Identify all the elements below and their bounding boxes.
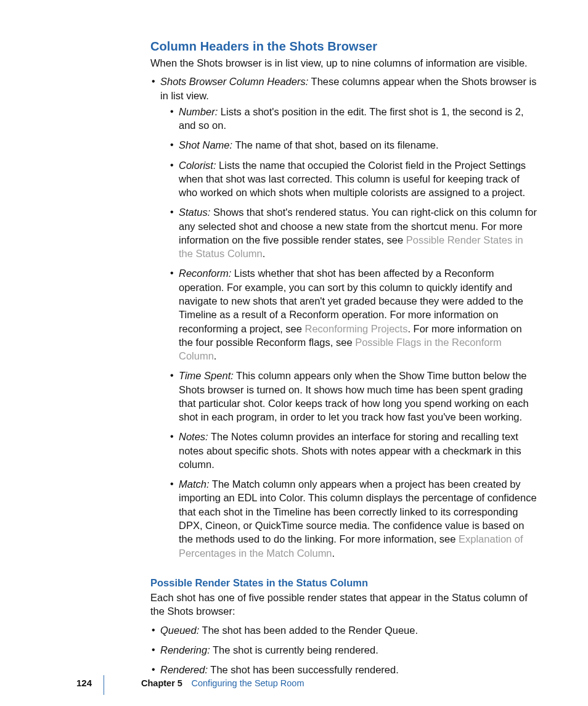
list-item-notes: Notes: The Notes column provides an inte… xyxy=(179,430,539,471)
term: Status: xyxy=(179,207,210,218)
subsection-heading: Possible Render States in the Status Col… xyxy=(150,576,539,589)
list-item-queued: Queued: The shot has been added to the R… xyxy=(160,623,539,637)
section-heading: Column Headers in the Shots Browser xyxy=(150,38,539,55)
desc: Lists a shot's position in the edit. The… xyxy=(179,106,524,131)
page: Column Headers in the Shots Browser When… xyxy=(0,0,588,706)
section-intro: When the Shots browser is in list view, … xyxy=(150,56,539,70)
list-item-colorist: Colorist: Lists the name that occupied t… xyxy=(179,158,539,200)
list-item-time-spent: Time Spent: This column appears only whe… xyxy=(179,369,539,424)
chapter-title: Configuring the Setup Room xyxy=(192,678,304,688)
term: Number: xyxy=(179,106,218,117)
list-item-shots-browser-column-headers: Shots Browser Column Headers: These colu… xyxy=(160,75,539,560)
page-number: 124 xyxy=(76,677,92,689)
list-item-match: Match: The Match column only appears whe… xyxy=(179,477,539,560)
term: Shot Name: xyxy=(179,139,232,150)
list-item-shot-name: Shot Name: The name of that shot, based … xyxy=(179,138,539,152)
term: Rendered: xyxy=(160,664,208,675)
list-item-status: Status: Shows that shot's rendered statu… xyxy=(179,205,539,260)
desc: The shot is currently being rendered. xyxy=(210,644,378,655)
desc: Lists the name that occupied the Coloris… xyxy=(179,160,526,199)
list-item-rendering: Rendering: The shot is currently being r… xyxy=(160,643,539,657)
term: Queued: xyxy=(160,625,199,636)
list-item-rendered: Rendered: The shot has been successfully… xyxy=(160,663,539,676)
desc: . xyxy=(332,548,335,559)
term: Shots Browser Column Headers: xyxy=(160,76,308,87)
desc: . xyxy=(214,350,217,361)
term: Reconform: xyxy=(179,268,231,279)
desc: . xyxy=(263,248,266,259)
term: Colorist: xyxy=(179,160,216,171)
top-list: Shots Browser Column Headers: These colu… xyxy=(150,75,539,560)
subsection-intro: Each shot has one of five possible rende… xyxy=(150,591,539,618)
render-states-list: Queued: The shot has been added to the R… xyxy=(150,623,539,677)
chapter-label: Chapter 5 xyxy=(141,678,182,688)
desc: The name of that shot, based on its file… xyxy=(232,139,438,150)
desc: The Notes column provides an interface f… xyxy=(179,431,521,470)
page-footer: 124 Chapter 5 Configuring the Setup Room xyxy=(0,676,588,690)
term: Notes: xyxy=(179,431,208,442)
desc: The shot has been added to the Render Qu… xyxy=(199,625,418,636)
desc: The shot has been successfully rendered. xyxy=(208,664,399,675)
link-reconforming-projects[interactable]: Reconforming Projects xyxy=(305,323,408,334)
term: Time Spent: xyxy=(179,370,234,381)
term: Match: xyxy=(179,478,210,490)
list-item-number: Number: Lists a shot's position in the e… xyxy=(179,105,539,133)
term: Rendering: xyxy=(160,644,210,655)
list-item-reconform: Reconform: Lists whether that shot has b… xyxy=(179,266,539,363)
columns-list: Number: Lists a shot's position in the e… xyxy=(160,105,539,560)
